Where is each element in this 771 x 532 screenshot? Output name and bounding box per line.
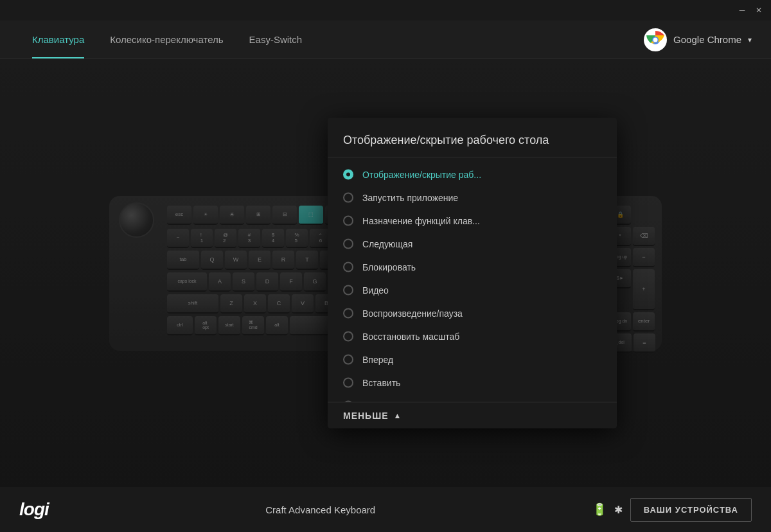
tab-keyboard[interactable]: Клавиатура [19, 21, 97, 58]
list-item-7[interactable]: Воспроизведение/пауза [328, 302, 617, 325]
main-content: esc ☀ ☀ ⊞ ⊟ ⬚ [0, 59, 771, 487]
radio-empty [343, 355, 353, 365]
radio-empty [343, 332, 353, 342]
radio-empty [343, 308, 353, 319]
list-item-8[interactable]: Восстановить масштаб [328, 325, 617, 348]
nav-tabs: Клавиатура Колесико-переключатель Easy-S… [0, 21, 771, 59]
list-item-3[interactable]: Назначение функций клав... [328, 209, 617, 233]
chevron-down-icon: ▾ [748, 35, 752, 44]
list-item-2[interactable]: Запустить приложение [328, 186, 617, 209]
radio-empty [343, 378, 353, 388]
list-item-1[interactable]: Отображение/скрытие раб... [328, 163, 617, 186]
footer: logi Craft Advanced Keyboard 🔋 ✱ ВАШИ УС… [0, 487, 771, 532]
modal-dialog: Отображение/скрытие рабочего стола Отобр… [328, 118, 617, 429]
bluetooth-icon: ✱ [614, 504, 623, 516]
devices-button[interactable]: ВАШИ УСТРОЙСТВА [630, 498, 752, 522]
close-button[interactable]: ✕ [754, 6, 763, 15]
radio-empty [343, 262, 353, 272]
radio-empty [343, 193, 353, 203]
modal-list: Отображение/скрытие раб... Запустить при… [328, 158, 617, 402]
chrome-icon [644, 28, 667, 51]
title-bar: ─ ✕ [0, 0, 771, 21]
less-label: МЕНЬШЕ [343, 411, 389, 421]
radio-selected [343, 170, 353, 180]
list-item-6[interactable]: Видео [328, 279, 617, 302]
modal-footer-collapse[interactable]: МЕНЬШЕ ▲ [328, 402, 617, 429]
list-item-11[interactable]: Вырезать [328, 395, 617, 402]
list-item-10[interactable]: Вставить [328, 371, 617, 395]
list-item-4[interactable]: Следующая [328, 233, 617, 256]
footer-right: 🔋 ✱ ВАШИ УСТРОЙСТВА [592, 498, 752, 522]
list-item-5[interactable]: Блокировать [328, 256, 617, 279]
battery-icon: 🔋 [592, 502, 607, 517]
chevron-up-icon: ▲ [394, 411, 402, 420]
app-name-label: Google Chrome [673, 34, 741, 45]
tab-easy-switch[interactable]: Easy-Switch [236, 21, 315, 58]
radio-empty [343, 401, 353, 402]
radio-empty [343, 285, 353, 296]
tab-dial[interactable]: Колесико-переключатель [97, 21, 236, 58]
svg-point-3 [653, 37, 658, 42]
modal-title: Отображение/скрытие рабочего стола [328, 118, 617, 158]
app-selector[interactable]: Google Chrome ▾ [644, 28, 752, 51]
radio-empty [343, 239, 353, 249]
device-name: Craft Advanced Keyboard [49, 504, 592, 515]
list-item-9[interactable]: Вперед [328, 348, 617, 371]
radio-empty [343, 216, 353, 226]
logi-logo: logi [19, 499, 49, 520]
modal-overlay[interactable]: Отображение/скрытие рабочего стола Отобр… [0, 59, 771, 487]
minimize-button[interactable]: ─ [738, 6, 747, 15]
